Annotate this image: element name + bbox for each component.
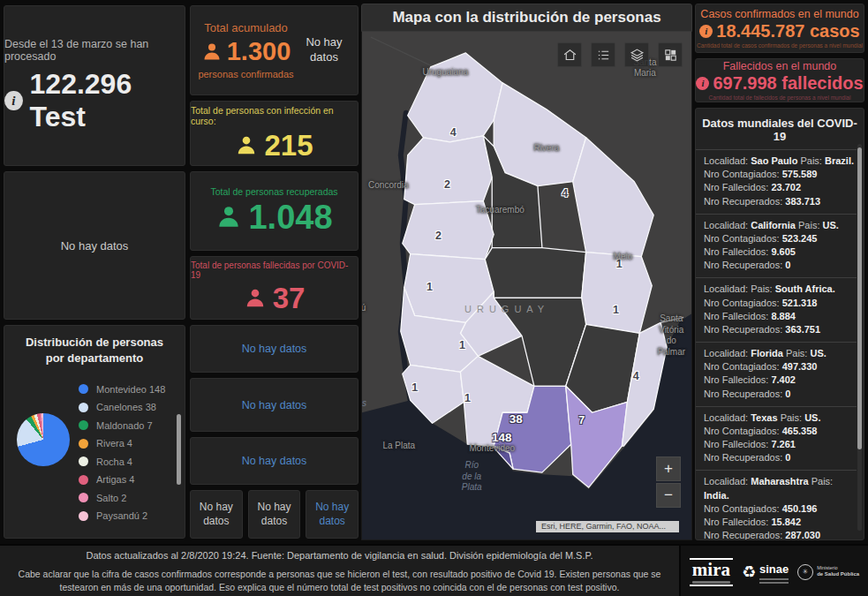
- world-entry: Localidad: Maharashtra Pais: India.Nro C…: [696, 470, 857, 539]
- legend-label: Canelones 38: [96, 402, 156, 412]
- info-icon: i: [4, 91, 23, 110]
- world-entry-infected: Nro Contagiados: 521.318: [704, 297, 857, 310]
- map-place-label: Concordia: [368, 179, 409, 191]
- map-place-label: Montevideo: [469, 442, 515, 454]
- mira-logo: mira: [690, 558, 733, 586]
- deceased-value-row: 37: [244, 282, 306, 315]
- seal-icon: ✳: [797, 564, 813, 580]
- home-icon[interactable]: [557, 42, 582, 67]
- map-canvas[interactable]: 42214111113814874 UruguaianaSanta MariaR…: [361, 32, 692, 540]
- world-data-panel: Datos mundiales del COVID-19 Localidad: …: [695, 108, 864, 540]
- legend-label: Salto 2: [96, 493, 126, 503]
- legend-label: Artigas 4: [96, 474, 134, 485]
- legend-item[interactable]: Paysandú 2: [79, 510, 179, 521]
- map-marker: 1: [613, 304, 619, 316]
- legend-label: Rivera 4: [96, 438, 132, 449]
- legend-list-icon[interactable]: [591, 42, 615, 67]
- world-list[interactable]: Localidad: Sao Paulo Pais: Brazil.Nro Co…: [696, 149, 864, 539]
- world-entry-location: Localidad: Pais: South Africa.: [704, 283, 857, 296]
- legend-item[interactable]: Canelones 38: [79, 402, 179, 412]
- world-entry-location: Localidad: Texas Pais: US.: [704, 411, 857, 425]
- map-marker: 4: [450, 126, 457, 139]
- accumulated-value-row: 1.300: [201, 37, 291, 66]
- world-entry-recovered: Nro Recuperados: 363.751: [704, 323, 857, 336]
- world-entry: Localidad: Texas Pais: US.Nro Contagiado…: [696, 406, 857, 471]
- legend-dot: [79, 456, 88, 466]
- world-entry-location: Localidad: California Pais: US.: [704, 219, 857, 232]
- map-marker: 4: [562, 187, 568, 200]
- legend-item[interactable]: Montevideo 148: [79, 384, 179, 395]
- legend-label: Paysandú 2: [96, 510, 147, 521]
- person-icon: [244, 287, 267, 310]
- world-entry-recovered: Nro Recuperados: 0: [704, 388, 857, 401]
- footer-text: Datos actualizados al 2/8/2020 19:24. Fu…: [0, 546, 679, 596]
- legend-dot: [79, 475, 88, 485]
- world-entry-infected: Nro Contagiados: 450.196: [704, 502, 857, 516]
- world-entry-deaths: Nro Fallecidos: 7.261: [704, 438, 857, 451]
- deceased-title: Total de personas fallecidas por COVID-1…: [191, 260, 358, 280]
- world-entry: Localidad: Florida Pais: US.Nro Contagia…: [696, 342, 857, 406]
- deceased-panel: Total de personas fallecidas por COVID-1…: [190, 256, 359, 320]
- world-list-scrollbar[interactable]: [857, 144, 862, 531]
- active-cases-panel: Total de personas con infección en curso…: [190, 101, 359, 166]
- legend-item[interactable]: Salto 2: [79, 493, 179, 503]
- person-icon: [201, 41, 223, 63]
- no-data-label: No hay datos: [61, 239, 129, 253]
- person-icon: [215, 204, 242, 230]
- tests-subtitle: Desde el 13 de marzo se han procesado: [4, 38, 185, 63]
- world-entry-recovered: Nro Recuperados: 0: [704, 259, 857, 272]
- tests-value-row: i 122.296 Test: [4, 68, 185, 133]
- world-deaths-subtitle: Cantidad total de fallecidos de personas…: [709, 94, 851, 101]
- active-title: Total de personas con infección en curso…: [191, 105, 358, 126]
- layers-icon[interactable]: [624, 42, 649, 67]
- uruguay-map-svg: [362, 32, 691, 539]
- legend-item[interactable]: Artigas 4: [79, 474, 179, 485]
- zoom-out-button[interactable]: −: [656, 483, 681, 508]
- world-confirmed-value: 18.445.787 casos: [716, 21, 859, 41]
- legend-dot: [79, 384, 88, 394]
- map-place-label: Melo: [614, 252, 633, 263]
- pie-legend-scrollbar[interactable]: [177, 414, 181, 485]
- accumulated-block: Total acumulado 1.300 personas confirmad…: [196, 21, 296, 79]
- accumulated-side-note: No hay datos: [296, 35, 352, 65]
- sinae-logo: ♻ sinae: [742, 561, 789, 584]
- map-marker: 38: [509, 412, 523, 426]
- world-entry: Localidad: California Pais: US.Nro Conta…: [696, 214, 857, 278]
- world-entry-recovered: Nro Recuperados: 383.713: [704, 195, 857, 208]
- map-place-label: URUGUAY: [464, 304, 549, 316]
- legend-dot: [79, 439, 88, 449]
- map-place-label: Río de la Plata: [462, 461, 482, 494]
- legend-dot: [79, 403, 88, 412]
- world-deaths-panel: Fallecidos en el mundo i 697.998 falleci…: [695, 58, 864, 102]
- pie-title: Distribución de personas por departament…: [22, 335, 167, 366]
- left-column: Desde el 13 de marzo se han procesado i …: [4, 5, 185, 539]
- world-entry-location: Localidad: Florida Pais: US.: [704, 347, 857, 360]
- info-icon: i: [699, 25, 713, 38]
- world-deaths-value: 697.998 fallecidos: [713, 73, 863, 94]
- legend-item[interactable]: Rocha 4: [79, 456, 179, 467]
- basemap-icon[interactable]: [658, 42, 683, 67]
- msp-logo: ✳ Ministeriode Salud Pública: [797, 564, 859, 580]
- world-entry-recovered: Nro Recuperados: 0: [704, 451, 857, 464]
- map-place-label: La Plata: [382, 441, 415, 452]
- accumulated-panel: Total acumulado 1.300 personas confirmad…: [190, 5, 359, 95]
- person-icon: [235, 134, 258, 157]
- map-marker: 2: [435, 230, 442, 242]
- pie-chart[interactable]: [17, 413, 70, 466]
- accumulated-subtitle: personas confirmadas: [198, 69, 293, 79]
- world-confirmed-subtitle: Cantidad total de casos confirmados de p…: [697, 42, 863, 49]
- map-title: Mapa con la distribución de personas: [361, 4, 692, 32]
- world-entry-location: Localidad: Sao Paulo Pais: Brazil.: [704, 155, 857, 168]
- pie-panel: Distribución de personas por departament…: [4, 325, 185, 539]
- world-deaths-value-row: i 697.998 fallecidos: [696, 73, 863, 94]
- map-zoom-controls: + −: [656, 456, 681, 508]
- map-marker: 1: [411, 381, 418, 394]
- legend-item[interactable]: Rivera 4: [79, 438, 179, 449]
- map-toolbar: [557, 42, 683, 67]
- zoom-in-button[interactable]: +: [656, 456, 681, 481]
- map-place-label: Rivera: [533, 142, 559, 154]
- map-attribution: Esri, HERE, Garmin, FAO, NOAA...: [536, 521, 679, 532]
- world-entry-deaths: Nro Fallecidos: 9.605: [704, 245, 857, 259]
- legend-item[interactable]: Maldonado 7: [79, 420, 179, 431]
- world-deaths-title: Fallecidos en el mundo: [723, 60, 837, 72]
